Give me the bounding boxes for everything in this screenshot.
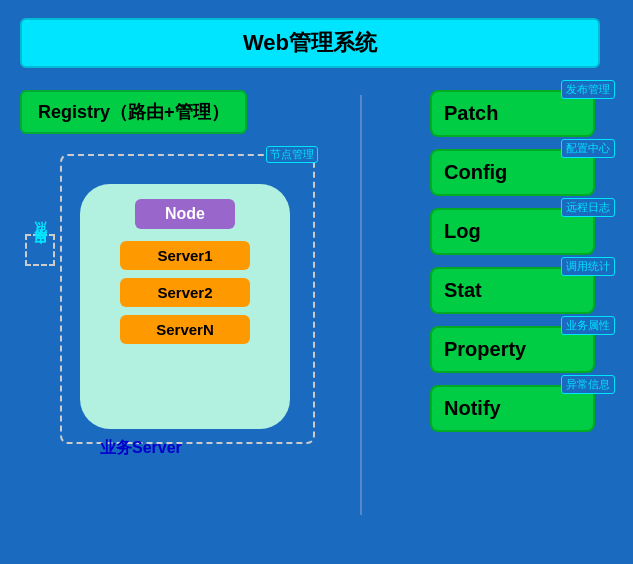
registry-box: Registry（路由+管理） [20,90,247,134]
app-node-label: 应用节点 [25,234,55,266]
node-mgmt-label: 节点管理 [266,146,318,163]
service-notify: 异常信息 Notify [430,385,615,432]
business-server-label: 业务Server [100,438,182,459]
page-title: Web管理系统 [243,30,377,55]
node-box: Node [135,199,235,229]
server2-box: Server2 [120,278,250,307]
server1-box: Server1 [120,241,250,270]
main-container: Web管理系统 Registry（路由+管理） 应用节点 节点管理 No [0,0,633,564]
inner-container: Node Server1 Server2 ServerN [80,184,290,429]
service-config: 配置中心 Config [430,149,615,196]
stat-tag: 调用统计 [561,257,615,276]
serverN-box: ServerN [120,315,250,344]
vertical-divider [360,95,362,515]
notify-tag: 异常信息 [561,375,615,394]
service-log: 远程日志 Log [430,208,615,255]
log-tag: 远程日志 [561,198,615,217]
title-bar: Web管理系统 [20,18,600,68]
service-property: 业务属性 Property [430,326,615,373]
patch-tag: 发布管理 [561,80,615,99]
service-patch: 发布管理 Patch [430,90,615,137]
service-stat: 调用统计 Stat [430,267,615,314]
right-section: 发布管理 Patch 配置中心 Config 远程日志 Log 调用统计 Sta… [430,90,615,432]
config-tag: 配置中心 [561,139,615,158]
app-area: 应用节点 节点管理 Node Server1 Server2 [20,154,330,464]
left-section: Registry（路由+管理） 应用节点 节点管理 Node Ser [20,90,350,464]
property-tag: 业务属性 [561,316,615,335]
